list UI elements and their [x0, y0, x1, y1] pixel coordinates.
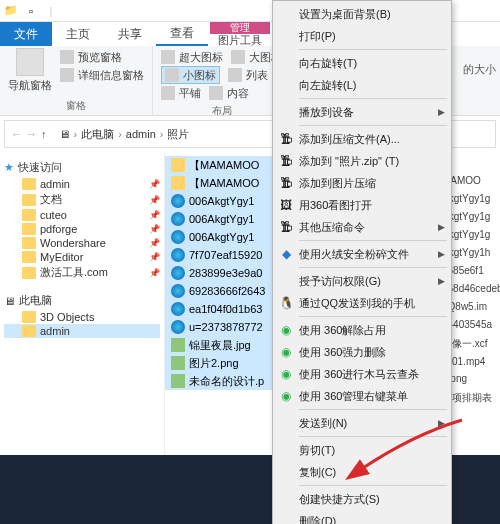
file-name: 283899e3e9a0	[189, 267, 262, 279]
qat-separator: |	[44, 4, 58, 18]
edge-icon	[171, 248, 185, 262]
chevron-right-icon: ▶	[438, 276, 445, 286]
nav-pane-button[interactable]: 导航窗格	[8, 48, 52, 93]
edge-icon	[171, 230, 185, 244]
folder-icon	[22, 194, 36, 206]
img-icon	[171, 374, 185, 388]
folder-icon	[22, 267, 36, 279]
file-name: 006AkgtYgy1	[189, 213, 254, 225]
cm-cast[interactable]: 播放到设备▶	[273, 101, 451, 123]
folder-icon	[22, 209, 36, 221]
cm-copy[interactable]: 复制(C)	[273, 461, 451, 483]
folder-icon	[22, 223, 36, 235]
cm-set-background[interactable]: 设置为桌面背景(B)	[273, 3, 451, 25]
back-button[interactable]: ←	[11, 128, 22, 140]
picture-icon: 🖼	[278, 197, 294, 213]
folder-icon	[171, 176, 185, 190]
cm-add-zip[interactable]: 🗜添加到 "照片.zip" (T)	[273, 150, 451, 172]
img-icon	[171, 356, 185, 370]
nav-sidebar[interactable]: ★快速访问 admin📌文档📌cuteo📌pdforge📌Wondershare…	[0, 152, 165, 462]
file-name: 69283666f2643	[189, 285, 265, 297]
breadcrumb-admin[interactable]: admin	[126, 128, 156, 140]
preview-pane-button[interactable]: 预览窗格	[60, 48, 144, 66]
folder-icon	[22, 178, 36, 190]
cm-360-context-menu[interactable]: ◉使用 360管理右键菜单	[273, 385, 451, 407]
file-name: 【MAMAMOO	[189, 158, 259, 173]
file-name: 锦里夜晨.jpg	[189, 338, 251, 353]
ribbon-group-panes: 窗格	[8, 97, 144, 113]
cm-other-compress[interactable]: 🗜其他压缩命令▶	[273, 216, 451, 238]
cm-rotate-left[interactable]: 向左旋转(L)	[273, 74, 451, 96]
folder-icon	[171, 158, 185, 172]
cm-add-pic-compress[interactable]: 🗜添加到图片压缩	[273, 172, 451, 194]
cm-shortcut[interactable]: 创建快捷方式(S)	[273, 488, 451, 510]
sidebar-item[interactable]: 3D Objects	[4, 310, 160, 324]
cm-360-cloud-scan[interactable]: ◉使用 360进行木马云查杀	[273, 363, 451, 385]
shield-icon: ◆	[278, 246, 294, 262]
breadcrumb-photos[interactable]: 照片	[167, 127, 189, 142]
folder-icon	[22, 251, 36, 263]
tab-view[interactable]: 查看	[156, 22, 208, 46]
cm-cut[interactable]: 剪切(T)	[273, 439, 451, 461]
breadcrumb-pc-icon: 🖥	[59, 128, 70, 140]
sidebar-item[interactable]: 文档📌	[4, 191, 160, 208]
edge-icon	[171, 302, 185, 316]
ribbon-group-layout: 布局	[161, 102, 282, 118]
archive-icon: 🗜	[278, 175, 294, 191]
sidebar-item[interactable]: cuteo📌	[4, 208, 160, 222]
archive-icon: 🗜	[278, 131, 294, 147]
cm-permissions[interactable]: 授予访问权限(G)▶	[273, 270, 451, 292]
sidebar-item[interactable]: MyEditor📌	[4, 250, 160, 264]
file-name: 图片2.png	[189, 356, 239, 371]
nav-pane-icon	[16, 48, 44, 76]
qat-icon[interactable]: ▫	[24, 4, 38, 18]
sidebar-item[interactable]: admin	[4, 324, 160, 338]
view-tiles[interactable]: 平铺	[161, 84, 201, 102]
cm-360-force-delete[interactable]: ◉使用 360强力删除	[273, 341, 451, 363]
context-menu[interactable]: 设置为桌面背景(B) 打印(P) 向右旋转(T) 向左旋转(L) 播放到设备▶ …	[272, 0, 452, 524]
details-pane-icon	[60, 68, 74, 82]
cm-delete[interactable]: 删除(D)	[273, 510, 451, 524]
qq-icon: 🐧	[278, 295, 294, 311]
sidebar-item[interactable]: admin📌	[4, 177, 160, 191]
view-small[interactable]: 小图标	[161, 66, 220, 84]
file-name: ea1f04f0d1b63	[189, 303, 262, 315]
archive-icon: 🗜	[278, 153, 294, 169]
view-content[interactable]: 内容	[209, 84, 249, 102]
360-icon: ◉	[278, 366, 294, 382]
details-pane-button[interactable]: 详细信息窗格	[60, 66, 144, 84]
file-name: 006AkgtYgy1	[189, 231, 254, 243]
forward-button[interactable]: →	[26, 128, 37, 140]
tab-share[interactable]: 共享	[104, 22, 156, 46]
breadcrumb-this-pc[interactable]: 此电脑	[81, 127, 114, 142]
360-icon: ◉	[278, 344, 294, 360]
tab-picture-tools[interactable]: 图片工具	[210, 34, 270, 46]
tab-home[interactable]: 主页	[52, 22, 104, 46]
cm-huorong-shred[interactable]: ◆使用火绒安全粉碎文件▶	[273, 243, 451, 265]
chevron-right-icon: ▶	[438, 249, 445, 259]
cm-rotate-right[interactable]: 向右旋转(T)	[273, 52, 451, 74]
sidebar-item[interactable]: 激活工具.com📌	[4, 264, 160, 281]
tab-file[interactable]: 文件	[0, 22, 52, 46]
cm-qq-send[interactable]: 🐧通过QQ发送到我的手机	[273, 292, 451, 314]
cutoff-hint: 的大小	[463, 62, 496, 77]
cm-add-archive[interactable]: 🗜添加到压缩文件(A)...	[273, 128, 451, 150]
cm-360-unlock[interactable]: ◉使用 360解除占用	[273, 319, 451, 341]
edge-icon	[171, 266, 185, 280]
cm-open-360[interactable]: 🖼用360看图打开	[273, 194, 451, 216]
sidebar-quick-access[interactable]: ★快速访问	[4, 158, 160, 177]
chevron-right-icon: ▶	[438, 107, 445, 117]
view-list[interactable]: 列表	[228, 66, 268, 84]
up-button[interactable]: ↑	[41, 128, 47, 140]
sidebar-this-pc[interactable]: 🖥此电脑	[4, 291, 160, 310]
chevron-right-icon: ▶	[438, 222, 445, 232]
folder-icon	[22, 237, 36, 249]
cm-print[interactable]: 打印(P)	[273, 25, 451, 47]
folder-icon	[22, 325, 36, 337]
sidebar-item[interactable]: pdforge📌	[4, 222, 160, 236]
view-extra-large[interactable]: 超大图标	[161, 48, 223, 66]
cm-send-to[interactable]: 发送到(N)▶	[273, 412, 451, 434]
sidebar-item[interactable]: Wondershare📌	[4, 236, 160, 250]
pc-icon: 🖥	[4, 295, 15, 307]
preview-pane-label: 预览窗格	[78, 50, 122, 65]
